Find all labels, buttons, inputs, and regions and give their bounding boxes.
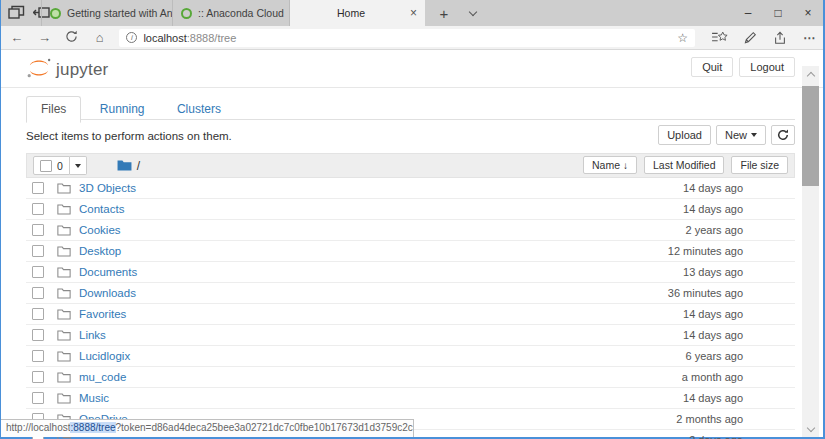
jupyter-logo-text: jupyter [56,60,108,80]
tab-preview-icon[interactable] [8,5,25,20]
refresh-list-button[interactable] [771,125,795,145]
table-row: Contacts 14 days ago [26,199,795,220]
folder-outline-icon [57,350,71,362]
file-link[interactable]: Music [79,392,109,404]
jupyter-header: jupyter Quit Logout [1,50,823,88]
row-checkbox[interactable] [32,182,44,194]
row-checkbox[interactable] [32,308,44,320]
table-row: Cookies 2 years ago [26,220,795,241]
sort-size-button[interactable]: File size [731,156,788,174]
file-link[interactable]: Downloads [79,287,136,299]
last-modified-value: 2 days ago [689,434,795,439]
row-checkbox[interactable] [32,224,44,236]
table-row: mu_code a month ago [26,367,795,388]
sort-down-arrow-icon: ↓ [623,160,628,171]
url-input[interactable]: i localhost:8888/tree ☆ [119,29,695,47]
row-checkbox[interactable] [32,245,44,257]
file-link[interactable]: Cookies [79,224,121,236]
last-modified-value: 2 months ago [676,413,795,425]
file-list-toolbar: 0 / Name ↓ Last Modified File size [26,153,795,178]
scroll-down-button[interactable] [802,421,819,437]
select-all-checkbox[interactable] [40,160,52,172]
row-checkbox[interactable] [32,266,44,278]
sort-name-button[interactable]: Name ↓ [583,156,637,174]
last-modified-value: 14 days ago [683,329,795,341]
browser-tab-anaconda-start[interactable]: Getting started with Anacor [41,0,172,26]
select-hint-text: Select items to perform actions on them. [26,130,232,142]
upload-button[interactable]: Upload [658,125,711,145]
table-row: Desktop 12 minutes ago [26,241,795,262]
last-modified-value: 6 years ago [686,350,795,362]
table-row: 3D Objects 14 days ago [26,178,795,199]
tab-clusters[interactable]: Clusters [163,97,235,122]
jupyter-logo-icon [25,56,53,80]
row-checkbox[interactable] [32,350,44,362]
site-info-icon[interactable]: i [126,32,137,43]
row-checkbox[interactable] [32,371,44,383]
tab-list-button[interactable] [461,0,485,26]
file-link[interactable]: Favorites [79,308,126,320]
folder-icon[interactable] [117,159,132,172]
quit-button[interactable]: Quit [691,57,733,77]
last-modified-value: 12 minutes ago [668,245,795,257]
file-link[interactable]: mu_code [79,371,126,383]
last-modified-value: 36 minutes ago [668,287,795,299]
file-link[interactable]: Lucidlogix [79,350,130,362]
tab-title: :: Anaconda Cloud [198,7,284,19]
new-dropdown-button[interactable]: New [716,125,766,145]
row-checkbox[interactable] [32,203,44,215]
add-favorite-star-icon[interactable]: ☆ [677,31,688,45]
link-status-bar: http://localhost:8888/tree?token=d86ad4d… [1,419,414,437]
browser-tab-home[interactable]: Home × [289,0,425,26]
close-icon: × [804,6,811,20]
caret-down-icon [751,133,757,137]
maximize-button[interactable]: □ [763,0,793,26]
sort-modified-button[interactable]: Last Modified [644,156,724,174]
folder-outline-icon [57,329,71,341]
browser-tab-anaconda-cloud[interactable]: :: Anaconda Cloud [172,0,289,26]
browser-tab-bar: Getting started with Anacor :: Anaconda … [1,0,823,26]
refresh-button[interactable] [58,30,86,46]
file-link[interactable]: Links [79,329,106,341]
select-dropdown-button[interactable] [70,156,87,175]
selected-count: 0 [57,160,63,172]
select-all-button[interactable]: 0 [33,156,70,175]
file-link[interactable]: Desktop [79,245,121,257]
row-checkbox[interactable] [32,287,44,299]
new-tab-button[interactable]: + [431,0,457,26]
forward-button[interactable]: → [31,30,59,45]
back-button[interactable]: ← [3,30,31,45]
jupyter-nav-tabs: Files Running Clusters [26,95,795,120]
annotate-button[interactable] [744,31,757,44]
tab-files[interactable]: Files [26,96,81,123]
share-button[interactable] [773,31,787,45]
file-link[interactable]: 3D Objects [79,182,136,194]
table-row: Music 14 days ago [26,388,795,409]
home-button[interactable]: ⌂ [86,30,114,45]
table-row: Favorites 14 days ago [26,304,795,325]
jupyter-logo[interactable]: jupyter [25,56,108,80]
refresh-icon [777,129,789,141]
page-scrollbar[interactable] [802,66,819,437]
table-row: Downloads 36 minutes ago [26,283,795,304]
jupyter-page: jupyter Quit Logout Files Running Cluste… [1,50,823,437]
scroll-up-button[interactable] [802,66,819,82]
row-checkbox[interactable] [32,329,44,341]
refresh-icon [65,30,78,43]
logout-button[interactable]: Logout [739,57,795,77]
folder-outline-icon [57,371,71,383]
url-path: :8888/tree [187,32,237,44]
file-link[interactable]: Documents [79,266,137,278]
row-checkbox[interactable] [32,392,44,404]
more-options-button[interactable]: ⋯ [803,31,815,45]
minimize-button[interactable]: – [733,0,763,26]
scrollbar-thumb[interactable] [802,86,819,186]
close-window-button[interactable]: × [793,0,823,26]
last-modified-value: 14 days ago [683,392,795,404]
favorites-hub-button[interactable] [711,31,728,44]
chevron-up-icon [806,71,814,79]
tab-running[interactable]: Running [86,97,159,122]
close-tab-icon[interactable]: × [410,6,417,20]
file-link[interactable]: Contacts [79,203,124,215]
breadcrumb-root[interactable]: / [137,159,140,173]
